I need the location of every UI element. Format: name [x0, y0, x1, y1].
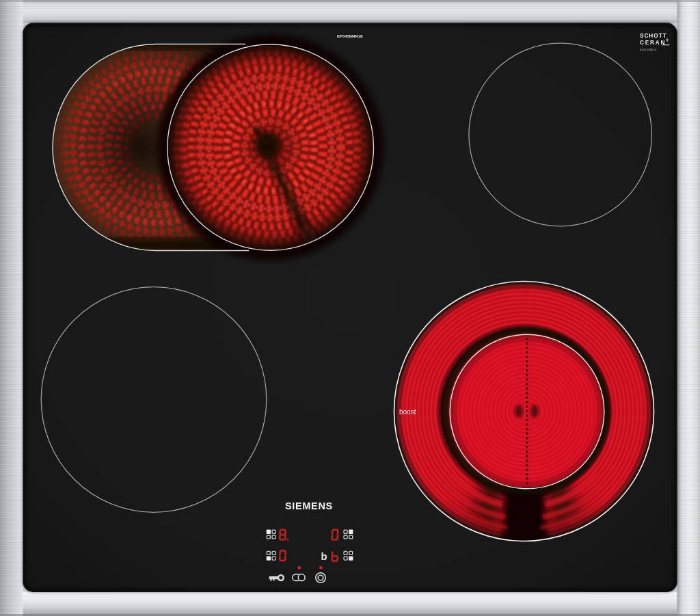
svg-text:CERAN: CERAN	[640, 40, 666, 46]
svg-text:boost: boost	[399, 408, 416, 416]
svg-text:9001168620: 9001168620	[640, 48, 657, 51]
svg-text:®: ®	[666, 38, 669, 42]
svg-text:SCHOTT: SCHOTT	[640, 33, 667, 39]
svg-text:b: b	[321, 550, 327, 562]
svg-text:SIEMENS: SIEMENS	[285, 500, 333, 511]
svg-text:EF645BNN1E: EF645BNN1E	[337, 34, 363, 38]
